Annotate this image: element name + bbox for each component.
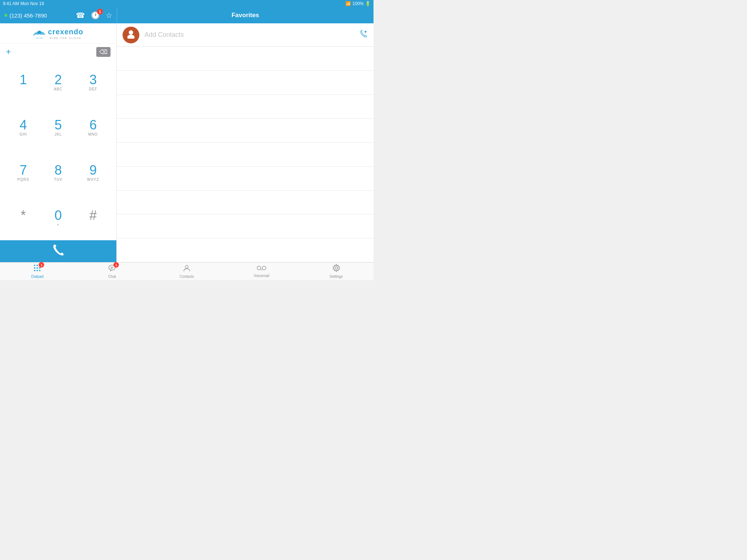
add-contacts-row: Add Contacts — [117, 23, 374, 47]
svg-point-9 — [127, 35, 135, 39]
crexendo-logo: crexendo ride the cloud — [33, 28, 84, 39]
svg-point-13 — [36, 265, 38, 266]
chat-tab-label: Chat — [108, 275, 116, 279]
svg-point-19 — [36, 270, 38, 271]
dialpad-plus-button[interactable]: + — [6, 47, 11, 57]
svg-point-29 — [335, 267, 337, 269]
header-left: (123) 456-7890 ☎ 🕐 1 ☆ — [0, 11, 117, 20]
dialpad-panel: crexendo ride the cloud + ⌫ 1 2 ABC — [0, 23, 117, 262]
dial-key-star[interactable]: * — [6, 195, 41, 240]
logo-name: crexendo — [48, 28, 84, 36]
contacts-tab-label: Contacts — [179, 275, 194, 279]
panel-title: Favorites — [232, 12, 259, 19]
dial-key-1[interactable]: 1 — [6, 60, 41, 105]
fav-row-8 — [117, 214, 374, 238]
svg-rect-7 — [34, 35, 45, 38]
call-phone-icon — [53, 244, 64, 258]
voicemail-tab-icon — [257, 265, 266, 273]
dial-key-7[interactable]: 7 PQRS — [6, 150, 41, 195]
fav-row-5 — [117, 143, 374, 167]
dialpad-tab-label: Dialpad — [31, 275, 43, 279]
battery-display: 100% — [352, 1, 364, 6]
contacts-tab-icon — [183, 264, 191, 274]
online-status-dot — [4, 14, 7, 17]
favorites-panel: Add Contacts — [117, 23, 374, 262]
favorites-icon[interactable]: ☆ — [106, 11, 112, 20]
logo-area: crexendo ride the cloud — [0, 23, 116, 44]
logo-tagline: ride the cloud — [50, 37, 82, 39]
call-history-icon[interactable]: ☎ — [76, 11, 85, 20]
contact-avatar — [123, 27, 139, 43]
call-button[interactable] — [0, 240, 116, 262]
add-contacts-label: Add Contacts — [144, 31, 360, 39]
recents-badge: 1 — [97, 9, 103, 15]
time-display: 9:41 AM — [3, 1, 19, 6]
date-display: Mon Nov 19 — [20, 1, 44, 6]
svg-point-20 — [39, 270, 40, 271]
dial-key-9[interactable]: 9 WXYZ — [76, 150, 111, 195]
tab-voicemail[interactable]: Voicemail — [224, 262, 299, 280]
backspace-button[interactable]: ⌫ — [96, 47, 111, 57]
dial-key-8[interactable]: 8 TUV — [41, 150, 76, 195]
settings-tab-label: Settings — [330, 275, 343, 279]
tab-bar: 1 Dialpad 1 Chat Contacts — [0, 262, 374, 280]
svg-point-5 — [38, 31, 41, 34]
fav-row-9 — [117, 238, 374, 262]
tab-settings[interactable]: Settings — [299, 262, 374, 280]
dial-key-6[interactable]: 6 MNO — [76, 105, 111, 150]
status-left: 9:41 AM Mon Nov 19 — [3, 1, 44, 6]
svg-point-8 — [129, 30, 133, 35]
svg-point-12 — [34, 265, 35, 266]
wifi-icon: 📶 — [345, 1, 351, 6]
dial-key-3[interactable]: 3 DEF — [76, 60, 111, 105]
header-icons: ☎ 🕐 1 ☆ — [76, 11, 112, 20]
dialpad-grid: 1 2 ABC 3 DEF 4 GHI 5 JKL 6 MNO — [0, 60, 116, 240]
fav-row-7 — [117, 191, 374, 215]
svg-point-16 — [36, 267, 38, 269]
dialpad-tab-badge: 1 — [39, 262, 44, 268]
status-right: 📶 100% 🔋 — [345, 1, 371, 6]
svg-point-15 — [34, 267, 35, 269]
svg-point-26 — [257, 266, 261, 270]
cloud-logo-icon — [33, 29, 46, 38]
header-right: Favorites — [117, 12, 374, 19]
tab-chat[interactable]: 1 Chat — [75, 262, 150, 280]
dial-key-0[interactable]: 0 + — [41, 195, 76, 240]
add-contact-phone-button[interactable] — [360, 30, 368, 40]
fav-row-2 — [117, 71, 374, 95]
dialpad-tab-icon: 1 — [33, 264, 41, 274]
tab-contacts[interactable]: Contacts — [150, 262, 224, 280]
phone-number-display: (123) 456-7890 — [4, 12, 47, 19]
svg-point-25 — [185, 265, 188, 268]
favorites-rows — [117, 47, 374, 262]
dial-key-5[interactable]: 5 JKL — [41, 105, 76, 150]
dial-key-2[interactable]: 2 ABC — [41, 60, 76, 105]
chat-tab-badge: 1 — [113, 262, 119, 268]
dial-key-4[interactable]: 4 GHI — [6, 105, 41, 150]
fav-row-4 — [117, 118, 374, 143]
svg-marker-22 — [110, 270, 112, 272]
main-content: crexendo ride the cloud + ⌫ 1 2 ABC — [0, 23, 374, 262]
fav-row-1 — [117, 47, 374, 71]
dial-key-hash[interactable]: # — [76, 195, 111, 240]
logo-text-wrapper: crexendo ride the cloud — [48, 28, 84, 39]
person-icon — [126, 29, 136, 41]
status-bar: 9:41 AM Mon Nov 19 📶 100% 🔋 — [0, 0, 374, 7]
svg-point-27 — [262, 266, 266, 270]
settings-tab-icon — [332, 264, 340, 274]
svg-point-6 — [41, 32, 44, 35]
fav-row-6 — [117, 167, 374, 191]
svg-point-18 — [34, 270, 35, 271]
chat-tab-icon: 1 — [108, 264, 116, 274]
voicemail-tab-label: Voicemail — [253, 274, 269, 278]
dialpad-input-row: + ⌫ — [0, 44, 116, 60]
fav-row-3 — [117, 95, 374, 119]
battery-icon: 🔋 — [365, 1, 371, 6]
header: (123) 456-7890 ☎ 🕐 1 ☆ Favorites — [0, 7, 374, 23]
tab-dialpad[interactable]: 1 Dialpad — [0, 262, 75, 280]
recents-icon[interactable]: 🕐 1 — [91, 11, 100, 20]
